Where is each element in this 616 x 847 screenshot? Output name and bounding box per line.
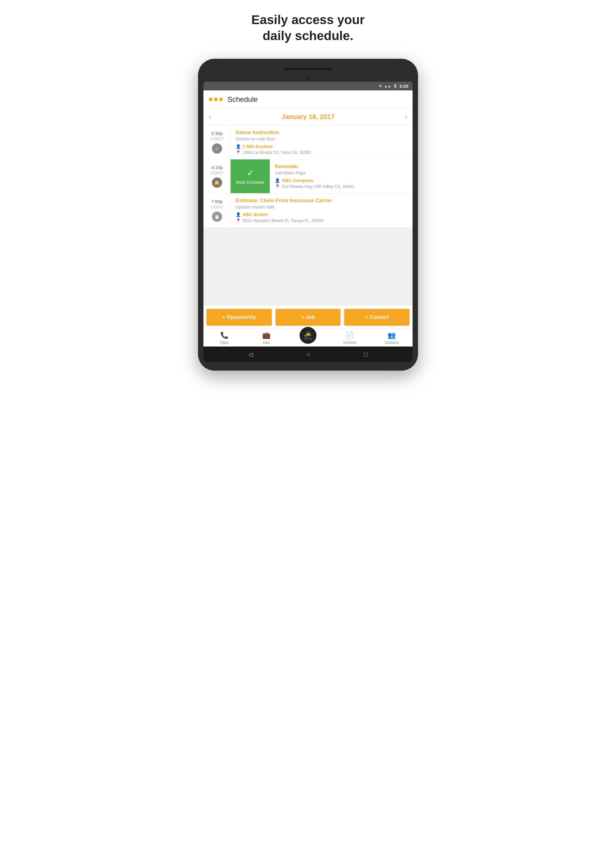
add-opportunity-button[interactable]: + Opportunity (207, 309, 272, 326)
invoices-icon: 📄 (346, 332, 354, 339)
time-1: 2:30p (211, 131, 223, 136)
item-address-2: 📍 533 Shasta Way, Mill Valley CA, 94941 (275, 184, 408, 189)
nav-opps[interactable]: 📞 Opps (204, 332, 245, 345)
invoices-label: Invoices (343, 341, 356, 345)
pin-icon-3: 📍 (236, 218, 241, 223)
time-col-1: 2:30p 1/18/17 ✓ (204, 125, 230, 159)
time-col-3: 7:00p 1/18/17 📋 (204, 193, 230, 227)
ninja-icon: 🥷 (303, 331, 313, 340)
item-address-1: 📍 1064 La Mirada Crt, Vista CA, 92081 (236, 150, 408, 155)
phone-camera (306, 76, 310, 80)
bottom-actions: + Opportunity + Job + Contact (204, 306, 412, 329)
contacts-icon: 👥 (387, 332, 396, 339)
item-subtitle-3: Upstairs master bath (236, 205, 408, 210)
wifi-icon: ▼ (378, 84, 382, 88)
schedule-item-3[interactable]: 7:00p 1/18/17 📋 Estimate: Claim From Ins… (204, 193, 412, 227)
nav-invoices[interactable]: 📄 Invoices (329, 332, 371, 345)
nav-contacts[interactable]: 👥 Contacts (371, 332, 412, 345)
time-3: 7:00p (211, 199, 223, 204)
jobs-label: Jobs (263, 341, 270, 345)
item-title-1: Dance Instruction (236, 130, 408, 136)
item-subtitle-2: Call Milton Pope (275, 171, 408, 176)
schedule-item-2[interactable]: 4:15p 1/18/17 🔔 ✓ Mark Complete Reminder… (204, 159, 412, 193)
battery-icon: 🔋 (393, 84, 397, 88)
contacts-label: Contacts (384, 341, 399, 345)
add-job-button[interactable]: + Job (275, 309, 341, 326)
bell-icon-2: 🔔 (212, 177, 222, 188)
phone-shell: ▼ ▲▲ 🔋 3:20 Schedule ‹ January 18, 2017 … (198, 59, 418, 370)
mark-complete-button[interactable]: ✓ Mark Complete (230, 159, 270, 193)
date-nav-title: January 18, 2017 (282, 113, 334, 121)
pin-icon-2: 📍 (275, 184, 280, 189)
bottom-nav: 📞 Opps 💼 Jobs 🥷 📄 Invoices 👥 Contacts (204, 329, 412, 347)
jobs-icon: 💼 (262, 332, 270, 339)
android-back-button[interactable]: ◁ (248, 351, 253, 358)
item-content-2: Reminder Call Milton Pope 👤 ABC Company … (270, 159, 412, 193)
page-headline: Easily access your daily schedule. (251, 12, 365, 44)
schedule-list: 2:30p 1/18/17 ✓ Dance Instruction Kitche… (204, 125, 412, 227)
date-next-button[interactable]: › (405, 113, 407, 121)
phone-screen: ▼ ▲▲ 🔋 3:20 Schedule ‹ January 18, 2017 … (204, 82, 412, 362)
person-icon-1: 👤 (236, 144, 241, 149)
pin-icon-1: 📍 (236, 150, 241, 155)
item-title-2: Reminder (275, 164, 408, 170)
item-subtitle-1: Kitchen on main floor (236, 136, 408, 141)
check-icon-1: ✓ (212, 143, 222, 153)
app-title: Schedule (227, 95, 258, 104)
android-nav-bar: ◁ ○ □ (204, 347, 412, 362)
date-3: 1/18/17 (210, 205, 223, 209)
mark-complete-check-icon: ✓ (247, 168, 254, 178)
item-company-1: 👤 1 800 Anytime (236, 144, 408, 149)
opps-label: Opps (220, 341, 229, 345)
nav-center[interactable]: 🥷 (287, 332, 329, 344)
signal-icon: ▲▲ (384, 84, 391, 88)
item-content-3: Estimate: Claim From Insurance Carrier U… (230, 193, 412, 227)
schedule-empty-area (204, 227, 412, 306)
app-logo (209, 97, 223, 101)
person-icon-2: 👤 (275, 178, 280, 183)
status-bar: ▼ ▲▲ 🔋 3:20 (204, 82, 412, 90)
schedule-item-1[interactable]: 2:30p 1/18/17 ✓ Dance Instruction Kitche… (204, 125, 412, 159)
time-col-2: 4:15p 1/18/17 🔔 (204, 159, 230, 193)
opps-icon: 📞 (220, 332, 229, 339)
item-title-3: Estimate: Claim From Insurance Carrier (236, 198, 408, 204)
logo-dot-2 (214, 97, 217, 101)
person-icon-3: 👤 (236, 212, 241, 217)
logo-dot-1 (209, 97, 213, 101)
status-time: 3:20 (399, 83, 408, 89)
nav-center-button[interactable]: 🥷 (300, 327, 316, 344)
item-company-2: 👤 ABC Company (275, 178, 408, 183)
date-nav: ‹ January 18, 2017 › (204, 109, 412, 125)
nav-jobs[interactable]: 💼 Jobs (245, 332, 287, 345)
item-address-3: 📍 5222 Hampton Beach Pl, Tampa FL, 33609 (236, 218, 408, 223)
time-2: 4:15p (211, 165, 223, 170)
phone-speaker (284, 68, 332, 70)
phone-top-bar (204, 65, 412, 72)
date-prev-button[interactable]: ‹ (209, 113, 211, 121)
app-header: Schedule (204, 90, 412, 109)
item-company-3: 👤 ABC Broker (236, 212, 408, 217)
date-1: 1/18/17 (210, 136, 223, 141)
item-content-1: Dance Instruction Kitchen on main floor … (230, 125, 412, 159)
logo-dot-3 (219, 97, 223, 101)
android-home-button[interactable]: ○ (306, 351, 310, 358)
date-2: 1/18/17 (210, 171, 223, 175)
mark-complete-label: Mark Complete (236, 180, 264, 185)
android-recents-button[interactable]: □ (364, 351, 368, 358)
clip-icon-3: 📋 (212, 211, 222, 222)
add-contact-button[interactable]: + Contact (344, 309, 409, 326)
